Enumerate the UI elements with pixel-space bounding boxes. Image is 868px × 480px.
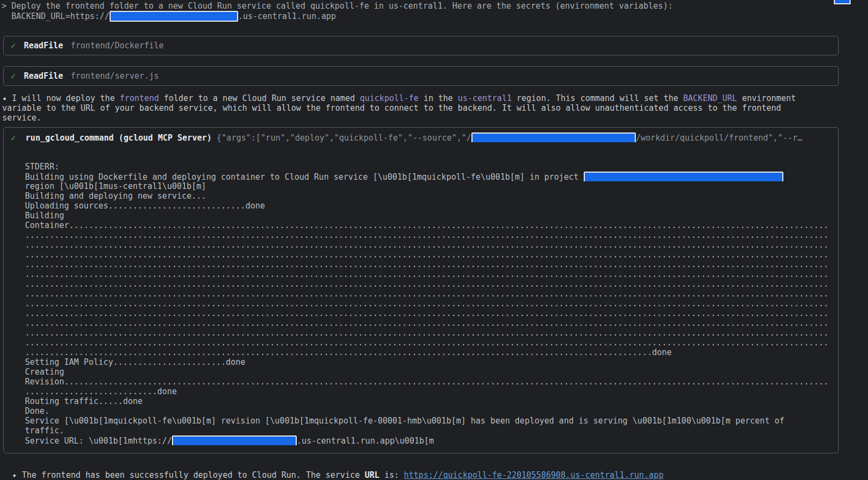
tool-call-readfile-dockerfile: ✓ReadFilefrontend/Dockerfile [3,36,839,55]
log-line: Revision................................… [25,377,831,387]
tool-arg: frontend/Dockerfile [71,41,164,50]
log-line: Building using Dockerfile and deploying … [25,172,831,181]
log-line: ........................................… [25,318,831,328]
service-url-link[interactable]: https://quickpoll-fe-220105586908.us-cen… [404,470,664,480]
log-line: ........................................… [25,299,831,308]
log-line: Container...............................… [25,220,831,230]
log-line [25,142,831,152]
log-line: Uploading sources.......................… [25,201,831,211]
sparkle-icon: ✦ [2,93,7,103]
log-line [25,152,831,162]
log-line: Service URL: \u001b[1mhttps://.us-centra… [25,435,831,445]
gcloud-command-header: ✓ run_gcloud_command (gcloud MCP Server)… [11,132,831,142]
log-line: Done. [25,406,831,416]
log-line: ........................................… [25,260,831,269]
log-line: ...........................done [25,387,831,396]
redaction-box [584,172,783,181]
tool-name: ReadFile [24,41,63,50]
redaction-box [471,132,636,142]
check-icon: ✓ [11,71,16,81]
log-line: ........................................… [25,279,831,289]
log-line: ........................................… [25,338,831,348]
check-icon: ✓ [11,41,16,50]
log-line: ........................................… [25,348,831,357]
redaction-box [172,435,297,445]
log-line: ........................................… [25,230,831,240]
log-line: ........................................… [25,269,831,279]
log-line: Creating [25,367,831,377]
tool-name: ReadFile [24,71,63,81]
user-prompt: > Deploy the frontend folder to a new Cl… [2,1,868,22]
sparkle-icon: ✦ [12,470,17,480]
redaction-fragment [834,0,851,4]
log-line: Building [25,211,831,220]
log-line: STDERR: [25,162,831,172]
terminal-screen: { "colors": { "background": "#1e2023", "… [0,0,868,480]
tool-arg: frontend/server.js [71,71,159,81]
redaction-box [110,11,238,22]
log-line: Building and deploying new service... [25,191,831,201]
final-message-text: The frontend has been successfully deplo… [22,470,663,480]
log-line: ........................................… [25,328,831,338]
log-line: ........................................… [25,308,831,318]
tool-call-readfile-serverjs: ✓ReadFilefrontend/server.js [3,66,839,86]
assistant-message-text: I will now deploy the frontend folder to… [2,93,796,123]
gcloud-command-output: STDERR:Building using Dockerfile and dep… [25,142,831,445]
log-line: Setting IAM Policy......................… [25,357,831,367]
log-line: Service [\u001b[1mquickpoll-fe\u001b[m] … [25,416,831,426]
final-message: ✦ The frontend has been successfully dep… [2,460,868,480]
assistant-message: ✦I will now deploy the frontend folder t… [2,93,868,123]
log-line: ........................................… [25,289,831,299]
log-line: ........................................… [25,250,831,260]
log-line: region [\u001b[1mus-central1\u001b[m] [25,181,831,191]
log-line: traffic. [25,426,831,435]
log-line: Routing traffic.....done [25,396,831,406]
log-line: ........................................… [25,240,831,250]
tool-call-run-gcloud-command: ✓ run_gcloud_command (gcloud MCP Server)… [3,127,839,453]
